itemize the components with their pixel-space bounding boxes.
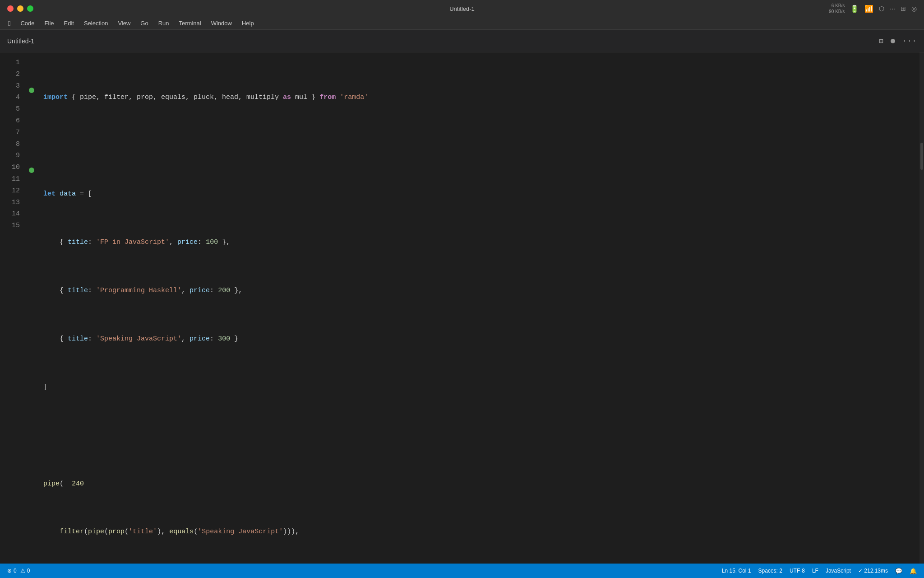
token-l4-2: , [169,237,177,248]
token-title2: title [68,285,88,297]
code-line-6: { title : 'Speaking JavaScript' , price … [36,333,919,347]
breakpoint-3[interactable] [29,88,34,93]
status-right: Ln 15, Col 1 Spaces: 2 UTF-8 LF JavaScri… [722,568,917,574]
code-line-9: pipe ( 240 [36,478,919,492]
network-up: 6 KB/s [832,3,845,9]
menu-terminal[interactable]: Terminal [175,19,206,28]
menu-view[interactable]: View [113,19,135,28]
token-equals: equals [169,526,194,538]
gutter-line-9 [27,163,36,177]
gutter-line-15 [27,243,36,257]
token-l7: ] [43,382,47,393]
token-title3: title [68,333,88,345]
menu-apple[interactable]:  [4,19,15,28]
tab-title[interactable]: Untitled-1 [7,37,34,45]
breakpoint-9[interactable] [29,168,34,173]
token-l6-2: , [181,333,189,345]
token-ramda: 'ramda' [340,92,368,103]
maximize-button[interactable] [27,5,33,12]
token-l4-0: { [43,237,68,248]
status-spaces[interactable]: Spaces: 2 [758,568,782,574]
status-bell-icon[interactable]: 🔔 [910,568,917,574]
token-l5-1: : [88,285,96,297]
statusbar: ⊗ 0 ⚠ 0 Ln 15, Col 1 Spaces: 2 UTF-8 LF … [0,564,924,578]
token-240: 240 [72,478,84,490]
network-stats: 6 KB/s 90 KB/s [829,3,845,14]
scrollbar[interactable] [919,52,924,564]
window-title-text: Untitled-1 [449,5,475,12]
token-price2: price [189,285,210,297]
status-language[interactable]: JavaScript [826,568,851,574]
error-icon: ⊗ [7,568,12,574]
status-position[interactable]: Ln 15, Col 1 [722,568,751,574]
token-pipe2: pipe [88,526,104,538]
token-str1: 'FP in JavaScript' [96,237,169,248]
token-l3-2: = [ [76,188,92,200]
token-num100: 100 [206,237,218,248]
code-editor[interactable]: import { pipe, filter, prop, equals, plu… [36,52,919,564]
token-l5-4: }, [230,285,242,297]
status-errors[interactable]: ⊗ 0 ⚠ 0 [7,568,30,574]
menu-code[interactable]: Code [16,19,39,28]
encoding-label: UTF-8 [790,568,805,574]
token-str2: 'Programming Haskell' [96,285,181,297]
status-encoding[interactable]: UTF-8 [790,568,805,574]
gutter-line-7 [27,137,36,150]
token-l5-3: : [210,285,218,297]
status-timing[interactable]: ✓ 212.13ms [858,568,888,574]
gutter-line-10 [27,177,36,191]
token-l5-2: , [181,285,189,297]
menu-selection[interactable]: Selection [79,19,112,28]
token-let: let [43,188,55,200]
menubar:  Code File Edit Selection View Go Run T… [0,17,924,30]
minimize-button[interactable] [17,5,23,12]
token-l10-4: ), [157,526,169,538]
token-l5-0: { [43,285,68,297]
token-pipe: pipe [43,478,60,490]
status-feedback-icon[interactable]: 💬 [895,568,902,574]
scrollbar-thumb[interactable] [920,143,923,170]
more-actions-icon[interactable]: ··· [902,37,917,46]
gutter-indicators [27,52,36,564]
token-l4-1: : [88,237,96,248]
menu-run[interactable]: Run [154,19,174,28]
token-import: import [43,92,68,103]
menu-file[interactable]: File [40,19,59,28]
menu-go[interactable]: Go [136,19,152,28]
menu-window[interactable]: Window [207,19,236,28]
token-l6-4: } [230,333,238,345]
code-line-1: import { pipe, filter, prop, equals, plu… [36,92,919,105]
language-label: JavaScript [826,568,851,574]
token-l1-2: mul } [291,92,319,103]
code-line-2 [36,140,919,154]
code-line-4: { title : 'FP in JavaScript' , price : 1… [36,237,919,250]
token-num300: 300 [218,333,230,345]
close-button[interactable] [7,5,14,12]
menu-help[interactable]: Help [237,19,259,28]
tabbar-actions: ⊟ ··· [879,37,917,46]
token-title1: title [68,237,88,248]
indent-info: Spaces: 2 [758,568,782,574]
warning-icon: ⚠ [20,568,25,574]
extra-icon-1: ⬡ [879,5,884,12]
token-price1: price [177,237,198,248]
siri-icon: ◎ [911,5,917,12]
line-numbers: 1 2 3 4 5 6 7 8 9 10 11 12 13 14 15 [0,52,27,564]
error-count: 0 [14,568,17,574]
gutter-line-4 [27,97,36,111]
token-price3: price [189,333,210,345]
token-l1-3 [336,92,340,103]
split-editor-icon[interactable]: ⊟ [879,37,883,46]
gutter-line-3 [27,84,36,97]
menu-edit[interactable]: Edit [60,19,79,28]
tab-dot[interactable] [891,39,895,43]
timing-label: ✓ 212.13ms [858,568,888,574]
editor: 1 2 3 4 5 6 7 8 9 10 11 12 13 14 15 [0,52,924,564]
token-l10-3: ( [125,526,129,538]
gutter-line-13 [27,217,36,230]
code-line-5: { title : 'Programming Haskell' , price … [36,285,919,298]
code-line-7: ] [36,382,919,395]
line-col: Ln 15, Col 1 [722,568,751,574]
token-l10-5: ( [194,526,198,538]
status-line-ending[interactable]: LF [812,568,818,574]
